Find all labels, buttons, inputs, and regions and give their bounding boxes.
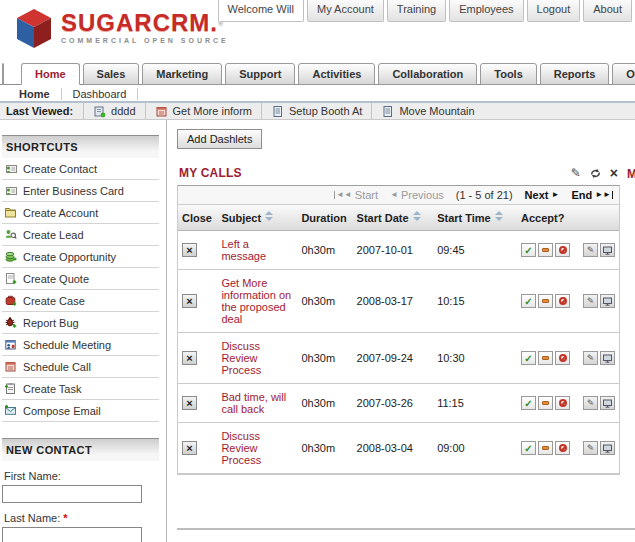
tab-other[interactable]: Other [612, 63, 635, 85]
decline-icon[interactable] [555, 351, 570, 365]
shortcut-create-task[interactable]: Create Task [2, 378, 159, 400]
bug-icon [4, 316, 17, 329]
decline-icon[interactable] [555, 441, 570, 455]
subtab-bar: Home Dashboard [0, 86, 635, 103]
shortcut-label: Create Contact [23, 163, 97, 175]
subtab-home[interactable]: Home [8, 88, 62, 100]
accept-icon[interactable]: ✓ [521, 243, 536, 257]
tentative-icon[interactable] [538, 396, 553, 410]
shortcut-create-lead[interactable]: Create Lead [2, 224, 159, 246]
col-accept: Accept? [517, 205, 619, 231]
accept-icon[interactable]: ✓ [521, 294, 536, 308]
accept-icon[interactable]: ✓ [521, 396, 536, 410]
subtab-dashboard[interactable]: Dashboard [62, 88, 139, 100]
topnav-my-account[interactable]: My Account [307, 0, 384, 22]
decline-icon[interactable] [555, 243, 570, 257]
last-viewed-item[interactable]: Setup Booth At [261, 103, 371, 119]
call-subject-link[interactable]: Discuss Review Process [221, 430, 293, 466]
new-contact-title: NEW CONTACT [2, 438, 159, 461]
shortcut-create-case[interactable]: Create Case [2, 290, 159, 312]
refresh-icon[interactable] [589, 167, 602, 180]
pagination-previous[interactable]: ◄Previous [390, 189, 444, 201]
edit-dashlet-icon[interactable]: ✎ [571, 167, 581, 179]
tentative-icon[interactable] [538, 243, 553, 257]
welcome-user: Welcome Will [218, 0, 304, 22]
shortcut-compose-email[interactable]: Compose Email [2, 400, 159, 422]
tentative-icon[interactable] [538, 441, 553, 455]
pagination-next[interactable]: Next► [525, 189, 560, 201]
app-header: SUGARCRM.® COMMERCIAL OPEN SOURCE Welcom… [0, 0, 635, 58]
edit-icon[interactable]: ✎ [583, 294, 598, 308]
tentative-icon[interactable] [538, 351, 553, 365]
close-call-button[interactable]: × [182, 396, 197, 410]
last-viewed-item[interactable]: Get More inform [145, 103, 261, 119]
close-call-button[interactable]: × [182, 351, 197, 365]
add-dashlets-button[interactable]: Add Dashlets [177, 129, 262, 149]
call-subject-link[interactable]: Discuss Review Process [221, 340, 293, 376]
pagination-range: (1 - 5 of 21) [456, 189, 513, 201]
first-name-field[interactable] [2, 485, 142, 503]
call-subject-link[interactable]: Get More information on the proposed dea… [221, 277, 293, 325]
business-card-icon [4, 184, 17, 197]
edit-icon[interactable]: ✎ [583, 441, 598, 455]
main-content: Add Dashlets MY CALLS ✎ × ◄◄Start ◄Previ… [172, 120, 635, 475]
last-name-text: Last Name: [4, 512, 60, 524]
start-label: Start [355, 189, 378, 201]
remote-meeting-icon[interactable] [600, 441, 615, 455]
remote-meeting-icon[interactable] [600, 294, 615, 308]
tab-activities[interactable]: Activities [298, 63, 375, 85]
shortcut-schedule-meeting[interactable]: Schedule Meeting [2, 334, 159, 356]
next-icon: ► [551, 191, 559, 199]
tab-reports[interactable]: Reports [540, 63, 610, 85]
shortcut-schedule-call[interactable]: Schedule Call [2, 356, 159, 378]
tab-tools[interactable]: Tools [480, 63, 537, 85]
shortcut-enter-business-card[interactable]: Enter Business Card [2, 180, 159, 202]
call-row: × Get More information on the proposed d… [178, 270, 619, 333]
tab-marketing[interactable]: Marketing [142, 63, 222, 85]
remote-meeting-icon[interactable] [600, 351, 615, 365]
topnav-about[interactable]: About [583, 0, 632, 22]
remote-meeting-icon[interactable] [600, 243, 615, 257]
accept-icon[interactable]: ✓ [521, 351, 536, 365]
close-dashlet-icon[interactable]: × [610, 167, 618, 179]
remote-meeting-icon[interactable] [600, 396, 615, 410]
last-name-field[interactable] [2, 527, 142, 542]
last-viewed-item[interactable]: dddd [83, 103, 144, 119]
tab-collaboration[interactable]: Collaboration [378, 63, 477, 85]
shortcut-report-bug[interactable]: Report Bug [2, 312, 159, 334]
pagination-end[interactable]: End►► [571, 189, 613, 201]
edit-icon[interactable]: ✎ [583, 351, 598, 365]
shortcut-create-quote[interactable]: Create Quote [2, 268, 159, 290]
tab-support[interactable]: Support [225, 63, 295, 85]
my-calls-title: MY CALLS [179, 166, 242, 180]
topnav-training[interactable]: Training [387, 0, 446, 22]
shortcut-create-contact[interactable]: Create Contact [2, 158, 159, 180]
close-call-button[interactable]: × [182, 441, 197, 455]
shortcut-label: Create Opportunity [23, 251, 116, 263]
topnav-employees[interactable]: Employees [449, 0, 523, 22]
edit-icon[interactable]: ✎ [583, 396, 598, 410]
topnav-logout[interactable]: Logout [527, 0, 581, 22]
previous-icon: ◄ [390, 191, 398, 199]
last-viewed-item[interactable]: Move Mountain [371, 103, 483, 119]
tab-sales[interactable]: Sales [83, 63, 140, 85]
pagination-start[interactable]: ◄◄Start [334, 189, 378, 201]
call-subject-link[interactable]: Bad time, will call back [221, 391, 293, 415]
col-subject[interactable]: Subject [217, 205, 297, 231]
pagination-bar: ◄◄Start ◄Previous (1 - 5 of 21) Next► En… [178, 186, 619, 205]
brand-text: SUGARCRM. [61, 9, 218, 36]
shortcut-create-account[interactable]: Create Account [2, 202, 159, 224]
col-start-date[interactable]: Start Date [353, 205, 434, 231]
col-start-time[interactable]: Start Time [433, 205, 517, 231]
close-call-button[interactable]: × [182, 243, 197, 257]
accept-icon[interactable]: ✓ [521, 441, 536, 455]
decline-icon[interactable] [555, 294, 570, 308]
close-call-button[interactable]: × [182, 294, 197, 308]
shortcut-label: Compose Email [23, 405, 101, 417]
edit-icon[interactable]: ✎ [583, 243, 598, 257]
tab-home[interactable]: Home [21, 63, 80, 85]
call-subject-link[interactable]: Left a message [221, 238, 293, 262]
decline-icon[interactable] [555, 396, 570, 410]
tentative-icon[interactable] [538, 294, 553, 308]
shortcut-create-opportunity[interactable]: Create Opportunity [2, 246, 159, 268]
